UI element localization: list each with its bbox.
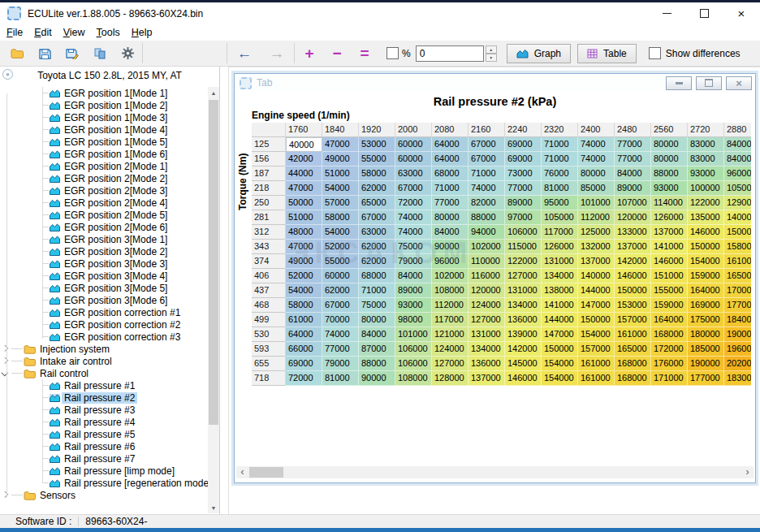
table-cell[interactable]: 80000	[651, 152, 688, 167]
table-cell[interactable]: 58000	[359, 167, 395, 181]
column-header[interactable]: 2880	[724, 123, 751, 137]
table-cell[interactable]: 54000	[322, 181, 359, 196]
row-header[interactable]: 406	[252, 269, 286, 283]
table-cell[interactable]: 88000	[359, 357, 395, 371]
table-cell[interactable]: 122000	[688, 196, 724, 210]
table-cell[interactable]: 85000	[578, 181, 615, 196]
table-cell[interactable]: 55000	[322, 254, 359, 269]
table-cell[interactable]: 75000	[395, 240, 432, 254]
column-header[interactable]: 2000	[395, 123, 432, 137]
row-header[interactable]: 156	[252, 152, 286, 167]
table-cell[interactable]: 69000	[505, 137, 542, 152]
table-cell[interactable]: 72000	[286, 371, 322, 386]
column-header[interactable]: 2080	[432, 123, 469, 137]
table-cell[interactable]: 74000	[578, 137, 615, 152]
table-cell[interactable]: 136000	[469, 357, 505, 371]
table-cell[interactable]: 71000	[542, 137, 578, 152]
table-cell[interactable]: 161000	[724, 254, 751, 269]
table-cell[interactable]: 115000	[505, 240, 542, 254]
table-cell[interactable]: 112000	[578, 210, 615, 225]
table-cell[interactable]: 154000	[578, 327, 615, 342]
column-header[interactable]: 2240	[505, 123, 542, 137]
table-cell[interactable]: 84000	[724, 137, 751, 152]
table-cell[interactable]: 132000	[578, 240, 615, 254]
table-cell[interactable]: 168000	[615, 371, 651, 386]
show-differences-checkbox[interactable]	[649, 47, 661, 59]
table-cell[interactable]: 150000	[542, 342, 578, 357]
tree-item-egr-position-2-mode-1[interactable]: EGR position 2[Mode 1]	[0, 160, 208, 172]
table-cell[interactable]: 62000	[359, 240, 395, 254]
table-cell[interactable]: 120000	[469, 283, 505, 298]
table-cell[interactable]: 77000	[432, 196, 469, 210]
save-as-button[interactable]	[58, 43, 86, 64]
table-cell[interactable]: 71000	[469, 167, 505, 181]
table-cell[interactable]: 69000	[286, 357, 322, 371]
table-cell[interactable]: 96000	[724, 167, 751, 181]
table-cell[interactable]: 159000	[688, 269, 724, 283]
tab-restore-button[interactable]	[696, 76, 722, 90]
table-cell[interactable]: 124000	[469, 298, 505, 313]
table-cell[interactable]: 106000	[395, 342, 432, 357]
table-cell[interactable]: 137000	[578, 254, 615, 269]
row-header[interactable]: 437	[252, 283, 286, 298]
table-cell[interactable]: 126000	[651, 210, 688, 225]
tree-item-egr-position-1-mode-3[interactable]: EGR position 1[Mode 3]	[0, 111, 208, 123]
table-cell[interactable]: 127000	[469, 313, 505, 327]
tree-item-rail-pressure-3[interactable]: Rail pressure #3	[0, 404, 208, 416]
table-cell[interactable]: 83000	[688, 152, 724, 167]
table-cell[interactable]: 180000	[688, 327, 724, 342]
table-cell[interactable]: 74000	[395, 210, 432, 225]
table-cell[interactable]: 202000	[724, 357, 751, 371]
panel-pin-icon[interactable]: ●	[2, 69, 13, 80]
table-cell[interactable]: 97000	[505, 210, 542, 225]
table-cell[interactable]: 57000	[322, 196, 359, 210]
tree-item-egr-position-2-mode-6[interactable]: EGR position 2[Mode 6]	[0, 221, 208, 233]
step-input[interactable]	[416, 45, 484, 62]
table-cell[interactable]: 60000	[395, 137, 432, 152]
table-cell[interactable]: 64000	[286, 327, 322, 342]
row-header[interactable]: 218	[252, 181, 286, 196]
tree-item-rail-pressure-5[interactable]: Rail pressure #5	[0, 428, 208, 440]
table-cell[interactable]: 124000	[432, 342, 469, 357]
table-cell[interactable]: 106000	[395, 357, 432, 371]
table-cell[interactable]: 89000	[615, 181, 651, 196]
table-cell[interactable]: 54000	[286, 283, 322, 298]
table-cell[interactable]: 161000	[578, 371, 615, 386]
column-header[interactable]: 2400	[578, 123, 615, 137]
increase-button[interactable]: +	[296, 43, 323, 64]
table-cell[interactable]: 69000	[505, 152, 542, 167]
table-cell[interactable]: 196000	[724, 342, 751, 357]
table-cell[interactable]: 63000	[395, 167, 432, 181]
table-cell[interactable]: 168000	[651, 327, 688, 342]
table-cell[interactable]: 90000	[432, 240, 469, 254]
tree-item-egr-position-3-mode-4[interactable]: EGR position 3[Mode 4]	[0, 270, 208, 282]
table-cell[interactable]: 77000	[615, 137, 651, 152]
table-cell[interactable]: 84000	[432, 225, 469, 240]
column-header[interactable]: 2480	[615, 123, 651, 137]
table-cell[interactable]: 165000	[615, 342, 651, 357]
graph-view-button[interactable]: Graph	[507, 44, 571, 63]
table-cell[interactable]: 51000	[322, 167, 359, 181]
table-cell[interactable]: 84000	[615, 167, 651, 181]
table-cell[interactable]: 52000	[322, 240, 359, 254]
tree-item-egr-position-3-mode-5[interactable]: EGR position 3[Mode 5]	[0, 282, 208, 294]
percent-checkbox[interactable]	[386, 47, 399, 59]
tab-minimize-button[interactable]	[666, 76, 692, 90]
table-cell[interactable]: 122000	[505, 254, 542, 269]
table-cell[interactable]: 98000	[395, 313, 432, 327]
table-cell[interactable]: 58000	[286, 298, 322, 313]
table-cell[interactable]: 140000	[578, 269, 615, 283]
row-header[interactable]: 374	[252, 254, 286, 269]
tree-item-egr-position-3-mode-1[interactable]: EGR position 3[Mode 1]	[0, 233, 208, 245]
table-cell[interactable]: 55000	[359, 152, 395, 167]
table-cell[interactable]: 101000	[395, 327, 432, 342]
table-cell[interactable]: 67000	[322, 298, 359, 313]
table-cell[interactable]: 49000	[286, 254, 322, 269]
table-cell[interactable]: 145000	[505, 357, 542, 371]
menu-help[interactable]: Help	[126, 25, 158, 40]
table-cell[interactable]: 177000	[688, 371, 724, 386]
table-cell[interactable]: 88000	[469, 210, 505, 225]
table-cell[interactable]: 67000	[469, 137, 505, 152]
table-cell[interactable]: 140000	[724, 210, 751, 225]
table-cell[interactable]: 135000	[688, 210, 724, 225]
